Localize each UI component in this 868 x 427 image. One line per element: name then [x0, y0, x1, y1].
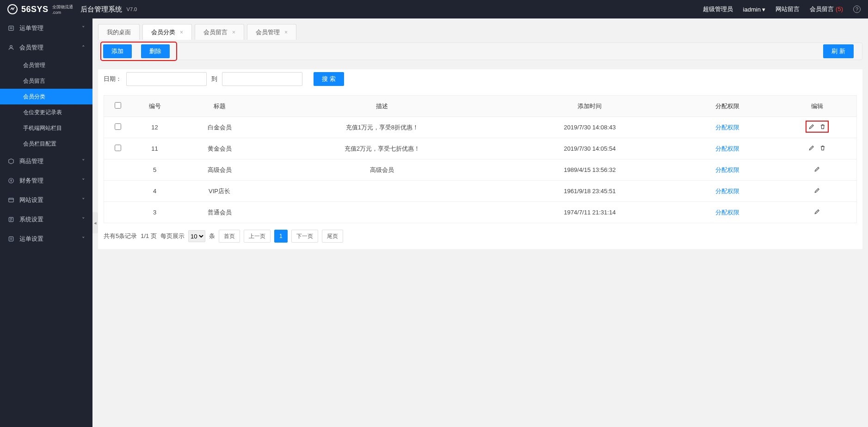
cell-time: 2019/7/30 14:08:43: [503, 117, 676, 138]
sidebar-item-label: 财务管理: [19, 177, 43, 185]
sidebar-subitem[interactable]: 会员留言: [0, 73, 92, 89]
menu-icon: [7, 24, 15, 32]
edit-icon[interactable]: [808, 145, 815, 151]
sidebar-item[interactable]: 会员管理˄: [0, 38, 92, 57]
sidebar-item-label: 商品管理: [19, 157, 43, 165]
pager-pages: 1/1 页: [141, 232, 157, 240]
member-msg-count: (5): [836, 6, 843, 12]
nav-member-messages[interactable]: 会员留言 (5): [810, 5, 843, 13]
sidebar-subitem[interactable]: 会员栏目配置: [0, 136, 92, 152]
pager-last[interactable]: 尾页: [322, 230, 343, 243]
assign-permission-link[interactable]: 分配权限: [715, 209, 739, 216]
cell-assign: 分配权限: [677, 159, 778, 181]
search-button[interactable]: 搜 索: [314, 72, 344, 86]
date-to-input[interactable]: [222, 72, 302, 86]
tab[interactable]: 会员分类×: [142, 24, 192, 40]
cell-id: 12: [132, 117, 178, 138]
table-row: 5高级会员高级会员1989/4/15 13:56:32分配权限: [104, 159, 857, 181]
tab-bar: 我的桌面会员分类×会员留言×会员管理×: [92, 18, 868, 40]
help-icon[interactable]: ?: [853, 6, 861, 13]
chevron-down-icon: ˅: [82, 158, 85, 165]
cell-assign: 分配权限: [677, 202, 778, 223]
sidebar-item-label: 运单设置: [19, 235, 43, 243]
cell-ops: [778, 202, 857, 223]
table-header: 编号: [132, 96, 178, 117]
table-header: 编辑: [778, 96, 857, 117]
cell-id: 3: [132, 202, 178, 223]
sidebar-subitem[interactable]: 会员分类: [0, 89, 92, 104]
menu-icon: [7, 196, 15, 204]
pagination: 共有5条记录 1/1 页 每页展示 10 条 首页 上一页 1 下一页 尾页: [98, 223, 862, 249]
refresh-button[interactable]: 刷 新: [823, 44, 854, 58]
pager-summary: 共有5条记录: [104, 232, 137, 240]
assign-permission-link[interactable]: 分配权限: [715, 124, 739, 131]
date-to-label: 到: [211, 75, 217, 83]
pager-first[interactable]: 首页: [219, 230, 240, 243]
sidebar-subitem[interactable]: 手机端网站栏目: [0, 120, 92, 136]
delete-button[interactable]: 删除: [141, 44, 170, 58]
nav-site-messages[interactable]: 网站留言: [776, 5, 800, 13]
table-header: 添加时间: [503, 96, 676, 117]
close-icon[interactable]: ×: [284, 29, 288, 36]
table-row: 12白金会员充值1万元，享受8折优惠！2019/7/30 14:08:43分配权…: [104, 117, 857, 138]
close-icon[interactable]: ×: [232, 29, 235, 36]
sidebar-item[interactable]: 商品管理˅: [0, 152, 92, 171]
row-checkbox[interactable]: [115, 145, 121, 151]
sidebar-item[interactable]: 运单设置˅: [0, 229, 92, 249]
row-checkbox[interactable]: [115, 123, 121, 130]
sidebar-subitem[interactable]: 仓位变更记录表: [0, 104, 92, 120]
row-actions: [814, 208, 820, 215]
chevron-down-icon: ˅: [82, 236, 85, 243]
edit-icon[interactable]: [808, 123, 815, 130]
cell-desc: 高级会员: [261, 159, 504, 181]
cell-ops: [778, 159, 857, 181]
row-actions: [808, 123, 826, 130]
sidebar-item-label: 系统设置: [19, 215, 43, 224]
edit-icon[interactable]: [814, 187, 820, 194]
pager-page-1[interactable]: 1: [274, 230, 288, 243]
cell-title: 黄金会员: [178, 138, 261, 159]
tab[interactable]: 我的桌面: [98, 24, 140, 40]
assign-permission-link[interactable]: 分配权限: [715, 166, 739, 173]
edit-icon[interactable]: [814, 208, 820, 215]
sidebar-item[interactable]: 网站设置˅: [0, 190, 92, 210]
add-button[interactable]: 添加: [103, 44, 132, 58]
chevron-down-icon: ˅: [82, 25, 85, 32]
cell-title: 普通会员: [178, 202, 261, 223]
sidebar-item[interactable]: 财务管理˅: [0, 171, 92, 190]
pager-next[interactable]: 下一页: [291, 230, 318, 243]
content-area: ◂ 我的桌面会员分类×会员留言×会员管理× 添加 删除 刷 新 日期： 到 搜 …: [92, 18, 868, 427]
menu-icon: [7, 44, 15, 51]
sidebar-item[interactable]: 系统设置˅: [0, 210, 92, 229]
sidebar-item-label: 运单管理: [19, 24, 43, 32]
edit-icon[interactable]: [814, 166, 820, 172]
sidebar-subitem[interactable]: 会员管理: [0, 57, 92, 73]
assign-permission-link[interactable]: 分配权限: [715, 145, 739, 152]
pager-perpage-select[interactable]: 10: [188, 230, 205, 242]
assign-permission-link[interactable]: 分配权限: [715, 188, 739, 195]
tab[interactable]: 会员管理×: [247, 24, 296, 40]
pager-prev[interactable]: 上一页: [244, 230, 271, 243]
topbar: 56SYS 全国物流通 .com 后台管理系统 V7.0 超级管理员 iadmi…: [0, 0, 868, 18]
table-header: [104, 96, 132, 117]
tab[interactable]: 会员留言×: [195, 24, 244, 40]
trash-icon[interactable]: [819, 145, 826, 151]
row-actions: [814, 187, 820, 194]
cell-time: 1961/9/18 23:45:51: [503, 181, 676, 202]
checkbox-all[interactable]: [115, 102, 121, 109]
sidebar: 运单管理˅会员管理˄会员管理会员留言会员分类仓位变更记录表手机端网站栏目会员栏目…: [0, 18, 92, 427]
cell-time: 1989/4/15 13:56:32: [503, 159, 676, 181]
close-icon[interactable]: ×: [180, 29, 183, 36]
topbar-right: 超级管理员 iadmin ▾ 网站留言 会员留言 (5) ?: [703, 5, 861, 13]
svg-rect-3: [9, 198, 14, 202]
row-actions: [814, 166, 820, 172]
system-title: 后台管理系统: [80, 5, 122, 14]
cell-ops: [778, 181, 857, 202]
sidebar-item[interactable]: 运单管理˅: [0, 18, 92, 38]
tab-label: 我的桌面: [107, 28, 131, 37]
sidebar-collapse-handle[interactable]: ◂: [92, 212, 98, 233]
date-from-input[interactable]: [126, 72, 207, 86]
trash-icon[interactable]: [819, 123, 826, 130]
toolbar: 添加 删除 刷 新: [98, 43, 862, 60]
user-menu[interactable]: iadmin ▾: [743, 6, 766, 13]
